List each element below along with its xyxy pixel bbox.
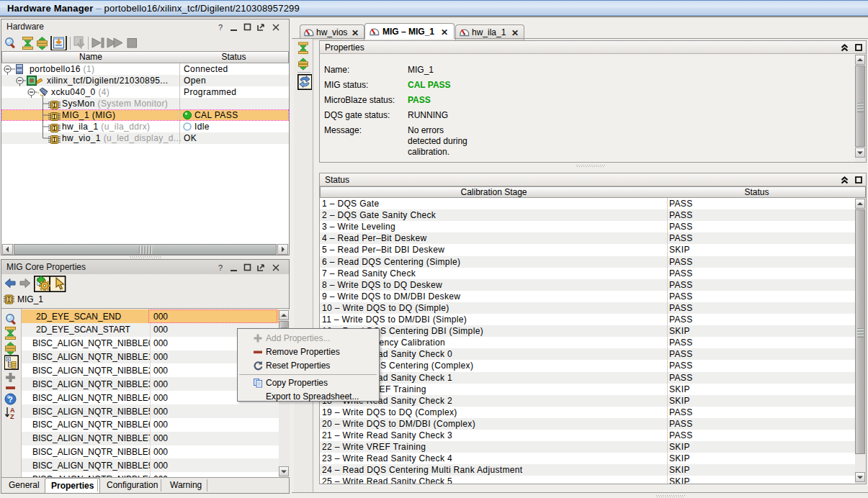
svg-text:?: ? bbox=[218, 263, 223, 272]
svg-text:Z: Z bbox=[10, 413, 14, 420]
svg-text:?: ? bbox=[218, 23, 223, 32]
svg-text:?: ? bbox=[8, 395, 13, 404]
